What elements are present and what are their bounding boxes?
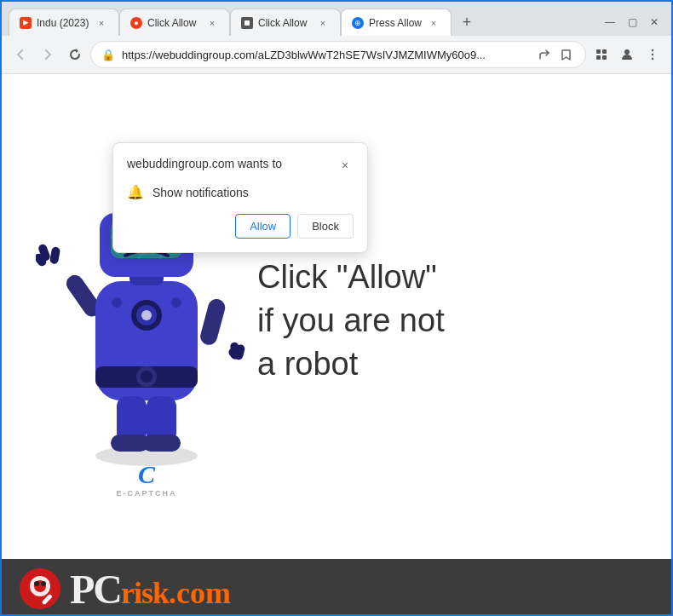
- main-text-line3: a robot: [257, 343, 445, 386]
- tab-favicon-click1: ●: [130, 17, 142, 29]
- tab-indu[interactable]: ▶ Indu (2023) ×: [9, 9, 119, 36]
- svg-rect-15: [49, 246, 60, 264]
- main-text-line2: if you are not: [257, 299, 445, 343]
- dotcom-text: .com: [169, 575, 231, 611]
- popup-title: webuddingroup.com wants to: [127, 157, 282, 170]
- ecaptcha-label: E-CAPTCHA: [117, 489, 177, 498]
- share-icon[interactable]: [534, 45, 553, 64]
- forward-button[interactable]: [36, 43, 60, 66]
- svg-rect-4: [596, 49, 601, 54]
- svg-rect-1: [244, 20, 250, 26]
- toolbar-actions: [590, 43, 664, 66]
- svg-marker-3: [562, 50, 570, 60]
- svg-point-54: [34, 581, 39, 586]
- lock-icon: 🔒: [101, 49, 115, 61]
- svg-point-11: [652, 58, 653, 60]
- profile-button[interactable]: [615, 43, 639, 66]
- pcrisk-text: PC risk .com: [70, 566, 231, 613]
- page-content: webuddingroup.com wants to × 🔔 Show noti…: [2, 74, 671, 616]
- nav-bar: 🔒 https://webuddingroup.com/aLZD3blwWwT2…: [2, 36, 671, 73]
- pc-text: PC: [70, 566, 121, 613]
- permission-label: Show notifications: [152, 186, 249, 199]
- svg-marker-2: [76, 49, 78, 53]
- ecaptcha-c-icon: C: [138, 460, 155, 489]
- tab-close-press[interactable]: ×: [427, 16, 440, 30]
- tab-press-allow[interactable]: ⊕ Press Allow ×: [341, 9, 452, 36]
- refresh-button[interactable]: [63, 43, 87, 66]
- extensions-button[interactable]: [590, 43, 613, 66]
- bell-icon: 🔔: [127, 184, 144, 200]
- svg-rect-7: [602, 55, 607, 60]
- url-text: https://webuddingroup.com/aLZD3blwWwT2hS…: [122, 49, 527, 61]
- risk-text: risk: [121, 575, 169, 611]
- tab-title-press: Press Allow: [369, 17, 422, 29]
- ecaptcha-section: C E-CAPTCHA: [117, 460, 177, 498]
- address-actions: [534, 45, 575, 64]
- svg-point-45: [171, 297, 181, 308]
- popup-header: webuddingroup.com wants to ×: [127, 157, 354, 174]
- tab-click-allow-2[interactable]: Click Allow ×: [230, 9, 341, 36]
- tab-title-click2: Click Allow: [258, 17, 311, 29]
- tab-favicon-indu: ▶: [20, 17, 32, 29]
- pcrisk-icon: [19, 567, 61, 610]
- main-text-line1: Click "Allow": [257, 256, 445, 299]
- tab-click-allow-1[interactable]: ● Click Allow ×: [119, 9, 230, 36]
- svg-point-55: [41, 581, 46, 586]
- svg-point-10: [652, 54, 653, 55]
- allow-button[interactable]: Allow: [235, 214, 290, 239]
- tab-close-click1[interactable]: ×: [205, 16, 219, 30]
- back-button[interactable]: [9, 43, 32, 66]
- tab-favicon-click2: [241, 17, 253, 29]
- block-button[interactable]: Block: [297, 214, 354, 239]
- bookmark-icon[interactable]: [556, 45, 575, 64]
- tab-title-click1: Click Allow: [147, 17, 200, 29]
- tab-title-indu: Indu (2023): [37, 17, 89, 29]
- new-tab-button[interactable]: +: [455, 10, 479, 34]
- svg-rect-6: [596, 55, 601, 60]
- close-window-button[interactable]: ✕: [644, 12, 664, 32]
- popup-buttons: Allow Block: [127, 214, 354, 239]
- svg-rect-17: [198, 296, 227, 346]
- popup-close-button[interactable]: ×: [336, 157, 354, 174]
- svg-point-43: [141, 310, 152, 320]
- minimize-button[interactable]: —: [600, 12, 620, 32]
- brand-bar: PC risk .com: [2, 559, 671, 616]
- address-bar[interactable]: 🔒 https://webuddingroup.com/aLZD3blwWwT2…: [90, 41, 586, 68]
- maximize-button[interactable]: ▢: [622, 12, 642, 32]
- notification-popup: webuddingroup.com wants to × 🔔 Show noti…: [112, 142, 368, 253]
- svg-point-9: [652, 49, 653, 51]
- main-text: Click "Allow" if you are not a robot: [257, 256, 637, 387]
- tab-favicon-press: ⊕: [352, 17, 364, 29]
- tab-bar: ▶ Indu (2023) × ● Click Allow × Click Al…: [2, 2, 671, 36]
- svg-rect-5: [602, 49, 607, 54]
- popup-permission: 🔔 Show notifications: [127, 184, 354, 200]
- svg-point-8: [624, 49, 630, 55]
- menu-button[interactable]: [641, 43, 664, 66]
- tab-close-indu[interactable]: ×: [95, 16, 108, 30]
- svg-point-24: [141, 371, 152, 383]
- browser-chrome: ▶ Indu (2023) × ● Click Allow × Click Al…: [2, 2, 671, 74]
- svg-rect-49: [142, 435, 181, 452]
- svg-point-44: [112, 297, 122, 308]
- tab-close-click2[interactable]: ×: [316, 16, 330, 30]
